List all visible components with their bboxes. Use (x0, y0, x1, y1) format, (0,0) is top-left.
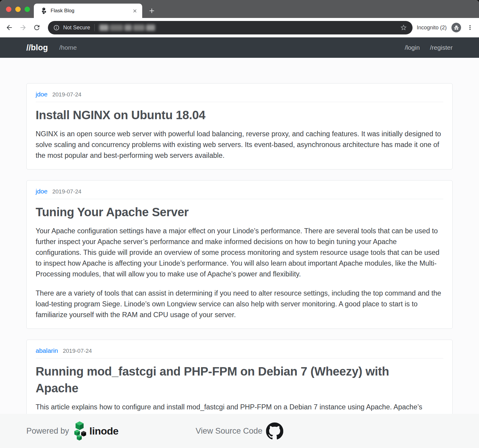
zoom-window-button[interactable] (25, 7, 30, 12)
post-author-link[interactable]: abalarin (36, 347, 58, 354)
close-window-button[interactable] (6, 7, 11, 12)
site-navbar: //blog /home /login /register (0, 37, 479, 58)
close-tab-icon[interactable] (132, 8, 137, 13)
info-icon[interactable] (53, 25, 60, 31)
bookmark-star-icon[interactable] (400, 24, 407, 31)
post-excerpt: This article explains how to configure a… (36, 402, 443, 414)
minimize-window-button[interactable] (15, 7, 21, 12)
view-source-link[interactable]: View Source Code (195, 422, 283, 440)
post-date: 2019-07-24 (52, 91, 81, 98)
page-footer: Powered by linode (0, 414, 479, 448)
back-icon[interactable] (5, 24, 13, 31)
divider (36, 199, 443, 199)
linode-logo-icon[interactable]: linode (73, 421, 119, 441)
post-card: jdoe 2019-07-24 Install NGINX on Ubuntu … (26, 83, 453, 169)
browser-window: Flask Blog Not Secure (0, 0, 479, 448)
github-icon (266, 422, 284, 440)
post-date: 2019-07-24 (63, 348, 92, 354)
post-excerpt: There are a variety of tools that can as… (36, 288, 443, 320)
tab-title: Flask Blog (51, 8, 74, 14)
new-tab-button[interactable] (148, 7, 156, 15)
tab-strip: Flask Blog (0, 0, 479, 18)
post-author-link[interactable]: jdoe (36, 91, 48, 98)
address-bar[interactable]: Not Secure (48, 21, 413, 34)
powered-by-label: Powered by (26, 426, 69, 436)
forward-icon[interactable] (19, 24, 27, 31)
browser-tab[interactable]: Flask Blog (34, 4, 142, 18)
reload-icon[interactable] (33, 24, 41, 31)
browser-menu-icon[interactable] (466, 24, 474, 31)
post-card: abalarin 2019-07-24 Running mod_fastcgi … (26, 340, 453, 414)
post-author-link[interactable]: jdoe (36, 188, 48, 195)
divider (94, 24, 95, 31)
post-title: Tuning Your Apache Server (36, 204, 420, 221)
window-controls (6, 7, 30, 12)
post-list: jdoe 2019-07-24 Install NGINX on Ubuntu … (0, 58, 479, 414)
post-title: Running mod_fastcgi and PHP-FPM on Debia… (36, 363, 420, 397)
divider (36, 358, 443, 358)
not-secure-label: Not Secure (63, 25, 90, 31)
nav-link-login[interactable]: /login (405, 44, 420, 51)
post-excerpt: Your Apache configuration settings have … (36, 225, 443, 279)
incognito-label: Incognito (2) (417, 25, 447, 31)
view-source-label: View Source Code (195, 426, 262, 436)
browser-toolbar: Not Secure Incognito (2) (0, 18, 479, 37)
incognito-icon (451, 23, 461, 32)
post-card: jdoe 2019-07-24 Tuning Your Apache Serve… (26, 180, 453, 329)
favicon-linode-icon (42, 7, 47, 14)
nav-link-home[interactable]: /home (59, 44, 77, 51)
post-title: Install NGINX on Ubuntu 18.04 (36, 107, 420, 124)
linode-wordmark: linode (90, 425, 119, 437)
divider (36, 102, 443, 102)
navbar-brand[interactable]: //blog (26, 43, 48, 52)
nav-link-register[interactable]: /register (430, 44, 453, 51)
post-date: 2019-07-24 (52, 188, 81, 195)
obscured-url (99, 25, 155, 31)
post-excerpt: NGINX is an open source web server with … (36, 128, 443, 161)
